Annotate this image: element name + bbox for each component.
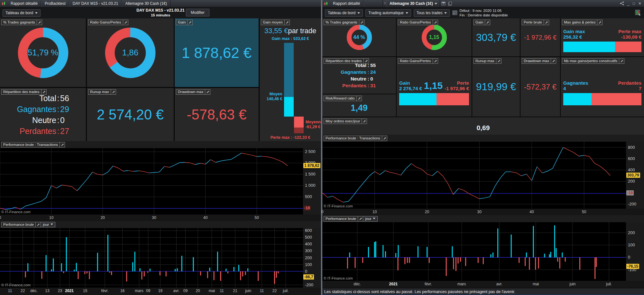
wrench-icon[interactable] [123, 20, 128, 25]
wrench-icon[interactable] [37, 20, 42, 25]
tab-rapport-detaille[interactable]: Rapport détaillé [7, 0, 41, 7]
left-transactions-chart-block: Performance brute : Transactions © IT-Fi… [0, 141, 321, 221]
wrench-icon[interactable] [285, 20, 290, 25]
wrench-icon[interactable] [485, 20, 490, 25]
grip-icon[interactable] [383, 0, 387, 7]
widget-title: Gain [474, 20, 485, 25]
copy-report-icon[interactable] [447, 0, 453, 7]
wrench-icon[interactable] [36, 222, 41, 227]
wrench-icon[interactable] [382, 136, 387, 141]
modify-button[interactable]: Modifier [186, 9, 209, 16]
wrench-icon[interactable] [205, 89, 210, 95]
period-dropdown[interactable]: jour [41, 222, 55, 227]
close-button[interactable]: ✕ [638, 2, 641, 5]
chart-title: Performance brute : Transactions [1, 142, 60, 148]
dashboard-dropdown[interactable]: Tableau de bord [3, 9, 41, 17]
date-end: Fin : Dernière date disponible [459, 13, 508, 17]
widget-title: Répartition des trades [324, 58, 364, 64]
wrench-icon[interactable] [111, 89, 116, 95]
wrench-icon[interactable] [358, 216, 363, 222]
repartition-row: Perdantes:31 [322, 82, 387, 89]
instrument-dropdown[interactable]: Allemagne 30 Cash (1€) [387, 0, 440, 7]
y-tick-label: 600 [628, 156, 635, 161]
y-tick-label: 0 [628, 255, 630, 260]
y-tick-label: 200 [628, 179, 635, 184]
gains-bar-segment [563, 93, 592, 105]
tab-day-dax-m15[interactable]: DAY DAX M15 - v21.03.21 [69, 0, 122, 7]
wrench-icon[interactable] [619, 58, 624, 64]
trading-mode-dropdown[interactable]: Trading automatique [365, 9, 411, 17]
gain-moyen-value-line: 33,55 €par trade [260, 27, 321, 35]
minimize-button[interactable]: _ [627, 2, 630, 5]
ratio-center-value: 1,15 [424, 80, 443, 91]
x-axis: déc.2021févr.marsavr.maijuinjuil. [322, 281, 644, 288]
wrench-icon[interactable] [364, 58, 369, 64]
dashboard-dropdown[interactable]: Tableau de bord [325, 9, 363, 17]
share-icon[interactable] [620, 1, 624, 6]
x-tick-label: 40 [529, 210, 534, 214]
x-tick-label: juil. [606, 282, 612, 286]
repartition-row: Perdantes:27 [0, 126, 77, 137]
wrench-icon[interactable] [357, 96, 362, 101]
wrench-icon[interactable] [188, 20, 193, 25]
x-tick-label: déc. [30, 289, 38, 293]
y-tick-label: 500 [305, 235, 312, 240]
chevron-down-icon [373, 218, 375, 219]
x-tick-label: 30 [152, 215, 156, 220]
trades-filter-dropdown[interactable]: Tous les trades [414, 9, 450, 17]
calendar-icon[interactable] [452, 10, 457, 16]
tab-allemagne-30-cash[interactable]: Allemagne 30 Cash (1€) [122, 0, 170, 7]
pertes-bar-segment [615, 42, 641, 52]
widget-pct-trades-gagnants: % Trades gagnants 51,79 % [0, 18, 86, 87]
status-text: Les statistiques ci-dessus sont relative… [324, 290, 515, 294]
wrench-icon[interactable] [433, 20, 438, 25]
x-tick-label: déc. [354, 282, 361, 286]
x-tick-label: 13 [45, 289, 49, 293]
wrench-icon[interactable] [496, 58, 501, 64]
baseline-tag: -10 [303, 205, 311, 211]
right-stats-grid: % Trades gagnants 44 % Ratio Gains/Perte… [322, 18, 644, 135]
runup-value: 919,99 € [472, 57, 520, 117]
right-daily-chart-block: Performance brutejour © IT-Finance.com 2… [322, 215, 644, 288]
left-tab-bar: Rapport détaillé ProBacktest DAY DAX M15… [0, 0, 321, 7]
blank-tab[interactable] [363, 0, 383, 7]
last-value-tag: -86,7 [303, 274, 314, 280]
y-tick-label: 400 [305, 242, 312, 246]
wrench-icon[interactable] [433, 58, 438, 64]
baseline-tag: -10 [626, 190, 634, 195]
ratio-gains-pertes-bar [399, 93, 469, 105]
wrench-icon[interactable] [597, 20, 603, 25]
x-tick-label: mai [533, 282, 539, 286]
wrench-icon[interactable] [60, 142, 65, 148]
x-tick-label: avr. [173, 289, 179, 293]
report-settings-icon[interactable] [634, 9, 641, 17]
wrench-icon[interactable] [362, 119, 367, 124]
y-tick-label: 100 [628, 243, 635, 247]
widget-title: Risk/Reward ratio [324, 96, 357, 101]
perte-max-label: Perte max-130,09 € [618, 29, 641, 40]
widget-ratio-gains-pertes-bar: Ratio Gains/Pertes Gain2 276,74 € 1,15 P… [397, 57, 472, 117]
period-dropdown[interactable]: jour [363, 216, 378, 222]
maximize-button[interactable]: □ [633, 2, 635, 5]
left-transactions-plot: © IT-Finance.com [0, 148, 303, 214]
x-tick-label: mai [209, 289, 215, 293]
tab-rapport-detaille[interactable]: Rapport détaillé [330, 0, 363, 7]
chevron-down-icon [444, 12, 447, 14]
x-axis: 1122déc.1323202115févr.16mars0919avr.092… [0, 288, 321, 295]
widget-runup-max: Runup max 2 574,20 € [87, 88, 174, 141]
pct-gagnants-value: 44 % [345, 23, 373, 52]
right-report-panel: Rapport détaillé Allemagne 30 Cash (1€) … [322, 0, 644, 295]
wrench-icon[interactable] [551, 58, 556, 64]
y-axis: 800600400200-200303,79-10 [626, 142, 644, 209]
wrench-icon[interactable] [359, 20, 364, 25]
pertes-bar-segment [592, 93, 641, 105]
wrench-icon[interactable] [544, 20, 549, 25]
open-window-icon[interactable] [440, 0, 447, 7]
y-tick-label: 300 [305, 248, 312, 253]
drawdown-value: -578,63 € [175, 88, 259, 141]
gain-value: 1 878,62 € [175, 18, 259, 87]
ratio-perte-label: Perte-1 972,96 € [445, 80, 469, 91]
widget-gain-moyen: Gain moyen 33,55 €par trade Gain max : 5… [260, 18, 321, 141]
wrench-icon[interactable] [41, 89, 47, 95]
tab-probacktest[interactable]: ProBacktest [41, 0, 69, 7]
